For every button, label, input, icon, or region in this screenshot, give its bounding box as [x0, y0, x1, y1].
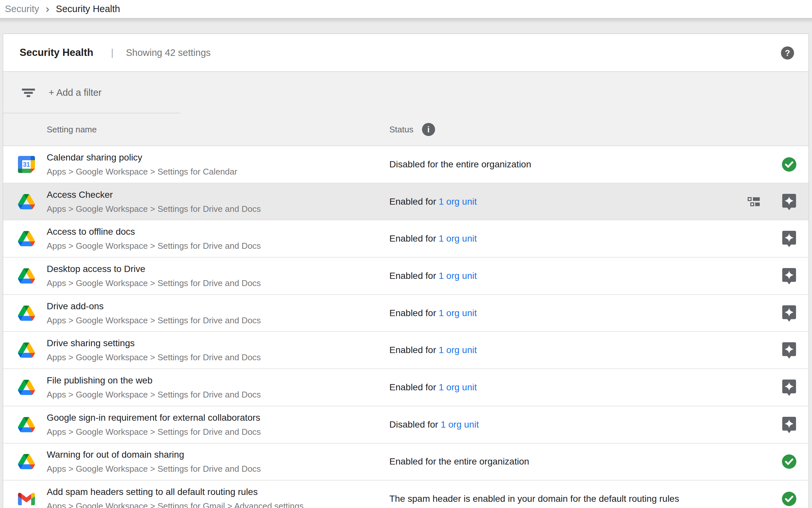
- filter-icon: [22, 89, 35, 97]
- setting-status: Enabled for 1 org unit: [389, 271, 477, 281]
- setting-path: Apps > Google Workspace > Settings for C…: [47, 166, 237, 177]
- org-unit-link[interactable]: 1 org unit: [439, 382, 477, 392]
- org-unit-link[interactable]: 1 org unit: [439, 234, 477, 244]
- setting-name: Drive add-ons: [47, 301, 261, 312]
- org-unit-link[interactable]: 1 org unit: [439, 197, 477, 207]
- check-circle-icon: [782, 157, 797, 172]
- column-setting-name: Setting name: [47, 125, 97, 135]
- breadcrumb-chevron-icon: ›: [46, 3, 49, 14]
- gmail-icon: [18, 490, 35, 507]
- status-text: Enabled for: [389, 345, 439, 355]
- setting-status: Enabled for the entire organization: [389, 456, 529, 467]
- setting-name: Desktop access to Drive: [47, 263, 261, 274]
- setting-path: Apps > Google Workspace > Settings for D…: [47, 464, 261, 474]
- status-text: Enabled for: [389, 308, 439, 318]
- title-separator: |: [111, 47, 114, 58]
- status-text: Enabled for: [389, 382, 439, 392]
- drive-icon: [18, 342, 35, 358]
- recommendation-badge-icon[interactable]: [782, 305, 797, 322]
- svg-text:31: 31: [23, 161, 30, 168]
- setting-status: Disabled for the entire organization: [389, 159, 531, 170]
- setting-status: Enabled for 1 org unit: [389, 234, 477, 244]
- security-health-page: { "breadcrumb": { "parent": "Security", …: [0, 0, 812, 508]
- setting-path: Apps > Google Workspace > Settings for D…: [47, 204, 261, 214]
- status-text: Disabled for: [389, 419, 441, 429]
- breadcrumb-parent-link[interactable]: Security: [5, 4, 39, 14]
- drive-icon: [18, 416, 35, 433]
- setting-row[interactable]: Desktop access to DriveApps > Google Wor…: [3, 258, 808, 295]
- check-circle-icon: [782, 454, 797, 469]
- org-unit-link[interactable]: 1 org unit: [441, 419, 479, 429]
- help-icon[interactable]: ?: [781, 46, 794, 59]
- setting-status: Enabled for 1 org unit: [389, 308, 477, 319]
- filter-bar: + Add a filter: [3, 72, 808, 114]
- recommendation-badge-icon[interactable]: [782, 267, 797, 284]
- recommendation-badge-icon[interactable]: [782, 342, 797, 358]
- header-shadow: [0, 18, 812, 23]
- setting-status: Enabled for 1 org unit: [389, 197, 477, 207]
- status-text: Disabled for the entire organization: [389, 159, 531, 169]
- setting-row[interactable]: Drive add-onsApps > Google Workspace > S…: [3, 295, 808, 332]
- drive-icon: [18, 453, 35, 470]
- table-header: Setting name Status i: [3, 114, 808, 146]
- setting-name: Access to offline docs: [47, 226, 261, 237]
- setting-path: Apps > Google Workspace > Settings for D…: [47, 241, 261, 251]
- org-unit-link[interactable]: 1 org unit: [439, 308, 477, 318]
- setting-path: Apps > Google Workspace > Settings for D…: [47, 427, 261, 437]
- drive-icon: [18, 230, 35, 247]
- setting-name: Warning for out of domain sharing: [47, 449, 261, 460]
- status-text: Enabled for: [389, 271, 439, 281]
- setting-row[interactable]: Drive sharing settingsApps > Google Work…: [3, 332, 808, 369]
- security-health-card: Security Health | Showing 42 settings ? …: [3, 33, 809, 508]
- setting-row[interactable]: Access to offline docsApps > Google Work…: [3, 220, 808, 258]
- setting-name: Access Checker: [47, 189, 261, 200]
- setting-status: Enabled for 1 org unit: [389, 345, 477, 355]
- setting-path: Apps > Google Workspace > Settings for D…: [47, 315, 261, 326]
- column-status: Status i: [389, 123, 435, 136]
- breadcrumb: Security › Security Health: [0, 0, 812, 18]
- setting-row[interactable]: File publishing on the webApps > Google …: [3, 369, 808, 406]
- settings-count: Showing 42 settings: [126, 47, 211, 58]
- setting-name: Drive sharing settings: [47, 338, 261, 349]
- org-units-icon[interactable]: [748, 197, 760, 207]
- drive-icon: [18, 305, 35, 322]
- setting-name: Calendar sharing policy: [47, 152, 237, 163]
- org-unit-link[interactable]: 1 org unit: [439, 271, 477, 281]
- settings-list: 31Calendar sharing policyApps > Google W…: [3, 146, 808, 508]
- add-filter-button[interactable]: + Add a filter: [49, 87, 102, 98]
- setting-row[interactable]: Add spam headers setting to all default …: [3, 480, 808, 508]
- setting-path: Apps > Google Workspace > Settings for G…: [47, 501, 303, 508]
- setting-row[interactable]: 31Calendar sharing policyApps > Google W…: [3, 146, 808, 183]
- recommendation-badge-icon[interactable]: [782, 416, 797, 433]
- drive-icon: [18, 267, 35, 284]
- setting-name: Add spam headers setting to all default …: [47, 486, 303, 498]
- calendar-icon: 31: [18, 156, 35, 173]
- recommendation-badge-icon[interactable]: [782, 379, 797, 396]
- status-text: Enabled for: [389, 234, 439, 244]
- setting-path: Apps > Google Workspace > Settings for D…: [47, 352, 261, 363]
- status-text: Enabled for: [389, 197, 439, 207]
- setting-row[interactable]: Warning for out of domain sharingApps > …: [3, 443, 808, 481]
- setting-path: Apps > Google Workspace > Settings for D…: [47, 389, 261, 400]
- recommendation-badge-icon[interactable]: [782, 193, 797, 210]
- setting-name: File publishing on the web: [47, 375, 261, 386]
- status-text: The spam header is enabled in your domai…: [389, 494, 679, 504]
- drive-icon: [18, 193, 35, 210]
- check-circle-icon: [782, 491, 797, 506]
- card-titlebar: Security Health | Showing 42 settings ?: [3, 34, 808, 72]
- info-icon[interactable]: i: [422, 123, 435, 136]
- setting-path: Apps > Google Workspace > Settings for D…: [47, 278, 261, 288]
- org-unit-link[interactable]: 1 org unit: [439, 345, 477, 355]
- setting-name: Google sign-in requirement for external …: [47, 412, 261, 423]
- drive-icon: [18, 379, 35, 396]
- page-title: Security Health: [19, 47, 93, 58]
- filter-and-header-section: + Add a filter Setting name Status i: [3, 72, 808, 146]
- breadcrumb-current: Security Health: [56, 4, 120, 14]
- recommendation-badge-icon[interactable]: [782, 230, 797, 247]
- setting-status: Disabled for 1 org unit: [389, 419, 479, 430]
- setting-row[interactable]: Access CheckerApps > Google Workspace > …: [3, 183, 808, 221]
- setting-status: The spam header is enabled in your domai…: [389, 494, 679, 504]
- setting-status: Enabled for 1 org unit: [389, 382, 477, 393]
- column-status-label: Status: [389, 125, 414, 135]
- setting-row[interactable]: Google sign-in requirement for external …: [3, 406, 808, 443]
